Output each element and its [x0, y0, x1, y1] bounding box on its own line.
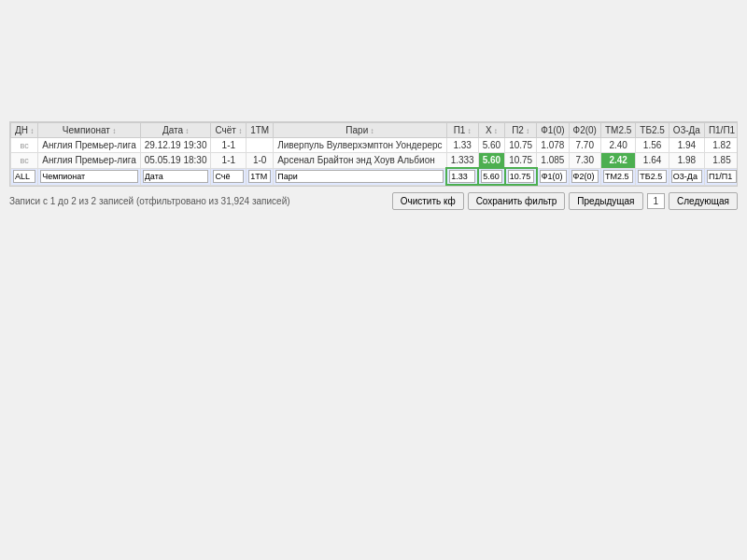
- clear-filter-button[interactable]: Очистить кф: [392, 192, 464, 210]
- cell-ttm: 1-0: [247, 153, 274, 169]
- col-p1[interactable]: П1: [446, 123, 478, 138]
- filter-f1-0[interactable]: [537, 168, 569, 185]
- table-row: вс Англия Премьер-лига 05.05.19 18:30 1-…: [11, 153, 739, 169]
- cell-f1-0: 1.085: [537, 153, 569, 169]
- filter-p2-input[interactable]: [508, 170, 534, 183]
- filter-pair-input[interactable]: [275, 170, 444, 183]
- filter-score-input[interactable]: [213, 170, 244, 183]
- filter-p1[interactable]: [446, 168, 478, 185]
- col-o3-da: О3-Да: [669, 123, 704, 138]
- filter-o3-da[interactable]: [669, 168, 704, 185]
- filter-p1n1[interactable]: [704, 168, 738, 185]
- col-date[interactable]: Дата: [140, 123, 211, 138]
- cell-tb2-5: 1.64: [636, 153, 669, 169]
- col-f1-0: Ф1(0): [537, 123, 569, 138]
- filter-p1-input[interactable]: [449, 170, 475, 183]
- filter-row: [11, 168, 739, 185]
- cell-dn: вс: [11, 153, 38, 169]
- cell-o3-da: 1.94: [669, 138, 704, 153]
- filter-tb2-5-input[interactable]: [638, 170, 667, 183]
- cell-date: 29.12.19 19:30: [140, 138, 211, 153]
- table-header-row: ДН Чемпионат Дата Счёт 1ТМ Пари П1 X П2 …: [11, 123, 739, 138]
- cell-tm2-5: 2.40: [600, 138, 635, 153]
- filter-x[interactable]: [478, 168, 504, 185]
- cell-x: 5.60: [478, 138, 504, 153]
- col-p2[interactable]: П2: [505, 123, 537, 138]
- cell-pair: Ливерпуль Вулверхэмптон Уондерерс: [274, 138, 446, 153]
- col-dn[interactable]: ДН: [11, 123, 38, 138]
- cell-championship: Англия Премьер-лига: [38, 153, 141, 169]
- filter-o3-da-input[interactable]: [671, 170, 702, 183]
- cell-p2: 10.75: [505, 153, 537, 169]
- col-tm2-5: ТМ2.5: [600, 123, 635, 138]
- cell-score: 1-1: [211, 138, 247, 153]
- cell-p1n1: 1.82: [704, 138, 738, 153]
- table-footer: Записи с 1 до 2 из 2 записей (отфильтров…: [9, 192, 738, 210]
- cell-score: 1-1: [211, 153, 247, 169]
- col-ttm: 1ТМ: [247, 123, 274, 138]
- filter-score[interactable]: [211, 168, 247, 185]
- cell-pair: Арсенал Брайтон энд Хоув Альбион: [274, 153, 446, 169]
- filter-tm2-5-input[interactable]: [603, 170, 633, 183]
- filter-pair[interactable]: [274, 168, 446, 185]
- filter-championship-input[interactable]: [40, 170, 138, 183]
- col-score[interactable]: Счёт: [211, 123, 247, 138]
- filter-date[interactable]: [140, 168, 211, 185]
- cell-p1n1: 1.85: [704, 153, 738, 169]
- cell-date: 05.05.19 18:30: [140, 153, 211, 169]
- cell-o3-da: 1.98: [669, 153, 704, 169]
- cell-p1: 1.333: [446, 153, 478, 169]
- data-table-wrapper: ДН Чемпионат Дата Счёт 1ТМ Пари П1 X П2 …: [9, 121, 738, 187]
- page-number: 1: [647, 193, 666, 209]
- pagination-controls: Очистить кф Сохранить фильтр Предыдущая …: [392, 192, 738, 210]
- filter-f2-0[interactable]: [569, 168, 600, 185]
- cell-x: 5.60: [478, 153, 504, 169]
- cell-ttm: [247, 138, 274, 153]
- record-info: Записи с 1 до 2 из 2 записей (отфильтров…: [9, 196, 290, 206]
- col-f2-0: Ф2(0): [569, 123, 600, 138]
- filter-p2[interactable]: [505, 168, 537, 185]
- cell-p1: 1.33: [446, 138, 478, 153]
- cell-tb2-5: 1.56: [636, 138, 669, 153]
- prev-page-button[interactable]: Предыдущая: [569, 192, 642, 210]
- data-table: ДН Чемпионат Дата Счёт 1ТМ Пари П1 X П2 …: [10, 122, 738, 186]
- cell-f1-0: 1.078: [537, 138, 569, 153]
- main-container: ДН Чемпионат Дата Счёт 1ТМ Пари П1 X П2 …: [0, 112, 747, 219]
- col-championship[interactable]: Чемпионат: [38, 123, 141, 138]
- filter-ttm[interactable]: [247, 168, 274, 185]
- col-tb2-5: ТБ2.5: [636, 123, 669, 138]
- filter-ttm-input[interactable]: [248, 170, 271, 183]
- col-x[interactable]: X: [478, 123, 504, 138]
- filter-p1n1-input[interactable]: [707, 170, 737, 183]
- cell-f2-0: 7.70: [569, 138, 600, 153]
- cell-tm2-5: 2.42: [600, 153, 635, 169]
- col-p1n1: П1/П1: [704, 123, 738, 138]
- cell-championship: Англия Премьер-лига: [38, 138, 141, 153]
- next-page-button[interactable]: Следующая: [669, 192, 738, 210]
- filter-tb2-5[interactable]: [636, 168, 669, 185]
- filter-tm2-5[interactable]: [600, 168, 635, 185]
- filter-x-input[interactable]: [481, 170, 501, 183]
- filter-f2-0-input[interactable]: [571, 170, 599, 183]
- cell-dn: вс: [11, 138, 38, 153]
- col-pair[interactable]: Пари: [274, 123, 446, 138]
- filter-f1-0-input[interactable]: [540, 170, 567, 183]
- cell-f2-0: 7.30: [569, 153, 600, 169]
- table-row: вс Англия Премьер-лига 29.12.19 19:30 1-…: [11, 138, 739, 153]
- filter-dn[interactable]: [11, 168, 38, 185]
- cell-p2: 10.75: [505, 138, 537, 153]
- filter-championship[interactable]: [38, 168, 141, 185]
- filter-dn-input[interactable]: [13, 170, 35, 183]
- save-filter-button[interactable]: Сохранить фильтр: [468, 192, 566, 210]
- filter-date-input[interactable]: [143, 170, 209, 183]
